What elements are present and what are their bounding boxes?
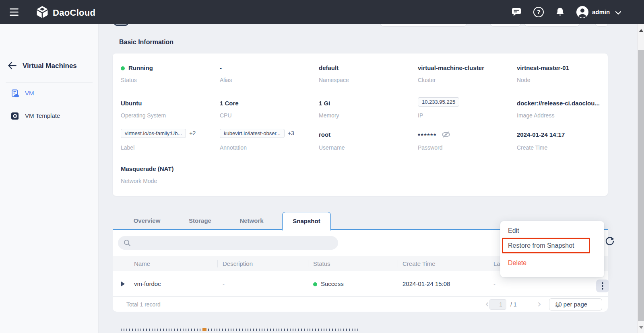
field-annotations: kubevirt.io/latest-obser...+3	[220, 129, 294, 138]
row-expand-icon[interactable]	[121, 282, 125, 286]
field-network-mode: Masquerade (NAT)	[121, 165, 173, 172]
top-header: DaoCloud ? admin	[0, 0, 644, 24]
tab-snapshot[interactable]: Snapshot	[282, 212, 331, 230]
col-create-time[interactable]: Create Time	[402, 256, 436, 271]
menu-item-restore-from-snapshot[interactable]: Restore from Snapshot	[508, 239, 574, 252]
cell-name[interactable]: vm-fordoc	[134, 271, 161, 296]
col-last[interactable]: La	[493, 256, 500, 271]
field-alias: -	[220, 64, 222, 71]
col-description[interactable]: Description	[223, 256, 253, 271]
vm-template-icon	[11, 112, 19, 122]
daocloud-cube-icon	[35, 5, 49, 21]
scrollbar-down-arrow[interactable]	[639, 326, 643, 329]
col-status[interactable]: Status	[313, 256, 330, 271]
search-icon	[124, 239, 131, 248]
cell-status: Success	[313, 271, 344, 296]
tab-network[interactable]: Network	[233, 212, 270, 230]
main-content: Basic Information Running Status - Alias…	[99, 24, 637, 333]
field-os-label: Operating System	[121, 112, 166, 119]
cell-status-text: Success	[321, 280, 344, 287]
field-cpu-label: CPU	[220, 112, 232, 119]
total-records-label: Total 1 record	[126, 297, 161, 312]
hamburger-menu-icon[interactable]	[9, 7, 20, 18]
back-arrow-icon[interactable]	[7, 61, 17, 72]
field-node: virtnest-master-01	[517, 64, 569, 71]
field-status-label: Status	[121, 77, 137, 83]
field-namespace-label: Namespace	[319, 77, 349, 83]
page-scrollbar[interactable]	[637, 24, 644, 333]
row-actions-button[interactable]	[596, 280, 609, 292]
notifications-bell-icon[interactable]	[555, 7, 565, 19]
field-username-label: Username	[319, 144, 345, 151]
row-context-menu: Edit Restore from Snapshot Delete	[500, 221, 604, 277]
cell-description: -	[223, 271, 225, 296]
page-next-icon[interactable]: ›	[535, 300, 544, 309]
field-ip-label: IP	[418, 112, 423, 119]
label-chip-more[interactable]: +2	[189, 130, 196, 136]
page-number-input[interactable]	[489, 299, 506, 310]
menu-item-delete[interactable]: Delete	[500, 257, 604, 269]
column-separator	[488, 260, 488, 267]
field-image-address: docker://release-ci.daoclou...	[517, 100, 600, 107]
field-ip-chip[interactable]: 10.233.95.225	[418, 97, 459, 107]
basic-information-card: Running Status - Alias default Namespace…	[113, 53, 608, 196]
status-success-dot	[313, 282, 317, 286]
username-label[interactable]: admin	[592, 8, 610, 15]
user-avatar[interactable]	[576, 6, 589, 20]
sidebar-item-vm-template[interactable]: VM Template	[0, 108, 99, 125]
field-memory: 1 Gi	[319, 100, 330, 107]
annotation-chip-more[interactable]: +3	[288, 130, 294, 136]
field-os: Ubuntu	[121, 100, 142, 107]
table-footer: Total 1 record ‹ / 1 › 10 per page	[113, 296, 608, 312]
field-network-mode-label: Network Mode	[121, 178, 157, 184]
field-username: root	[319, 131, 330, 138]
search-bar[interactable]	[118, 236, 338, 250]
field-node-label: Node	[517, 77, 530, 83]
password-masked-value: ******	[418, 132, 437, 139]
cell-create-time: 2024-01-24 15:08	[402, 271, 450, 296]
menu-item-edit[interactable]: Edit	[500, 224, 604, 237]
eye-slash-icon[interactable]	[442, 131, 450, 140]
tab-storage[interactable]: Storage	[182, 212, 219, 230]
field-cluster: virtual-machine-cluster	[418, 64, 484, 71]
field-password: ******	[418, 131, 450, 140]
daocloud-logo[interactable]: DaoCloud	[35, 5, 95, 21]
label-chip[interactable]: virtnest.io/os-family:Ub...	[121, 129, 186, 138]
refresh-icon[interactable]	[605, 236, 615, 248]
page-size-select[interactable]: 10 per page	[549, 298, 602, 310]
sidebar: Virtual Machines VM VM Template	[0, 24, 99, 333]
field-cpu: 1 Core	[220, 100, 239, 107]
user-menu-chevron-down-icon[interactable]	[615, 10, 621, 17]
help-icon[interactable]: ?	[533, 7, 544, 17]
page-size-chevron-down-icon	[555, 302, 597, 309]
field-status: Running	[121, 64, 153, 72]
field-create-time: 2024-01-24 14:17	[517, 131, 565, 138]
column-separator	[308, 260, 308, 267]
status-running-dot	[121, 66, 125, 70]
tab-overview[interactable]: Overview	[128, 212, 165, 230]
clipped-next-section-mark	[202, 328, 206, 331]
field-labels-label: Label	[121, 144, 134, 151]
field-namespace: default	[319, 64, 339, 71]
annotation-chip[interactable]: kubevirt.io/latest-obser...	[220, 129, 285, 138]
col-name[interactable]: Name	[134, 256, 150, 271]
field-alias-label: Alias	[220, 77, 232, 83]
sidebar-item-vm[interactable]: VM	[0, 85, 99, 102]
messages-icon[interactable]	[512, 7, 522, 18]
scrollbar-up-arrow[interactable]	[639, 29, 643, 32]
search-input[interactable]	[134, 238, 331, 248]
sidebar-title: Virtual Machines	[23, 62, 77, 70]
field-cluster-label: Cluster	[418, 77, 436, 83]
clipped-next-section	[121, 329, 358, 331]
field-image-address-label: Image Address	[517, 112, 554, 119]
field-memory-label: Memory	[319, 112, 339, 119]
vm-icon	[11, 89, 20, 100]
field-password-label: Password	[418, 144, 442, 151]
column-separator	[217, 260, 218, 267]
column-separator	[398, 260, 398, 267]
scrollbar-thumb[interactable]	[638, 50, 644, 321]
page-total-label: / 1	[510, 297, 517, 312]
cell-last: -	[493, 271, 495, 296]
restore-highlight-box: Restore from Snapshot	[502, 238, 590, 253]
field-annotations-label: Annotation	[220, 144, 247, 151]
